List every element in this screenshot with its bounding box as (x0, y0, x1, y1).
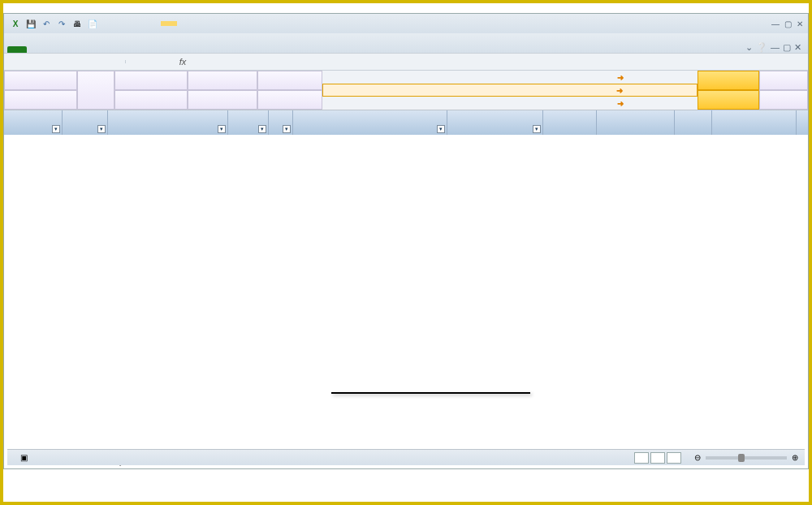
page-title (3, 3, 809, 13)
grid-header: ▾ ▾ ▾ ▾ ▾ ▾ ▾ (4, 110, 808, 135)
macro-icon[interactable]: ▣ (20, 453, 28, 462)
header-date[interactable]: ▾ (4, 110, 63, 135)
view-break-icon[interactable] (667, 452, 681, 464)
arrow-icon: ➜ (607, 86, 632, 95)
header-cleared[interactable] (543, 110, 597, 135)
filter-icon[interactable]: ▾ (218, 125, 226, 133)
category-dropdown[interactable] (331, 392, 530, 394)
recategorize-button[interactable] (188, 90, 257, 110)
zoom-slider[interactable] (706, 456, 787, 460)
tab-view[interactable] (144, 46, 163, 53)
tab-data[interactable] (105, 46, 124, 53)
header-split-by[interactable] (712, 110, 797, 135)
restore-icon[interactable]: ▢ (784, 19, 792, 28)
header-amount[interactable]: ▾ (447, 110, 543, 135)
name-box[interactable] (4, 60, 126, 63)
accounts-summary-button[interactable] (257, 71, 322, 90)
register-grid: ▾ ▾ ▾ ▾ ▾ ▾ ▾ (4, 110, 808, 135)
tab-formulas[interactable] (85, 46, 105, 53)
delete-empty-button[interactable] (114, 71, 188, 90)
tab-insert[interactable] (46, 46, 66, 53)
zoom-in-icon[interactable]: ⊕ (792, 453, 798, 462)
header-memo[interactable]: ▾ (228, 110, 269, 135)
tab-review[interactable] (124, 46, 144, 53)
header-balance[interactable] (597, 110, 675, 135)
redo-icon[interactable]: ↷ (55, 17, 68, 30)
help-icon[interactable]: ❔ (756, 42, 767, 53)
formula-content[interactable] (191, 60, 808, 63)
filter-icon[interactable]: ▾ (52, 125, 60, 133)
tab-page-layout[interactable] (66, 46, 85, 53)
header-description[interactable]: ▾ (108, 110, 228, 135)
filter-icon[interactable]: ▾ (258, 125, 266, 133)
custom-toolbar: ➜ ➜ ➜ (4, 71, 808, 110)
help-button[interactable] (759, 71, 808, 90)
reports-button[interactable] (759, 90, 808, 110)
summary-panel: ➜ ➜ ➜ (322, 71, 698, 110)
print-icon[interactable]: 🖶 (71, 17, 84, 30)
sort-by-date-button[interactable] (4, 71, 77, 90)
insert-row-button[interactable] (188, 71, 257, 90)
window-minimize-icon[interactable]: — (771, 42, 780, 53)
tab-acrobat[interactable] (183, 46, 202, 53)
window-close-icon[interactable]: ✕ (794, 42, 801, 53)
tab-home[interactable] (27, 46, 46, 53)
ribbon-tabs: ⌄ ❔ — ▢ ✕ (4, 33, 808, 53)
clear-filters-button[interactable] (698, 90, 759, 110)
toggle-filter-button[interactable] (114, 90, 188, 110)
fx-icon[interactable]: fx (175, 57, 191, 67)
header-split-group[interactable] (675, 110, 712, 135)
undo-icon[interactable]: ↶ (40, 17, 53, 30)
contextual-tab-label (161, 21, 177, 26)
category-list-button[interactable] (257, 90, 322, 110)
new-transaction-button[interactable] (4, 90, 77, 110)
status-bar: ▣ ⊖ ⊕ (7, 449, 805, 465)
filter-outstanding-button[interactable] (698, 71, 759, 90)
filter-icon[interactable]: ▾ (97, 125, 106, 133)
formula-bar: fx (4, 53, 808, 71)
filter-icon[interactable]: ▾ (283, 125, 291, 133)
excel-icon: X (9, 17, 22, 30)
tab-developer[interactable] (163, 46, 183, 53)
save-icon[interactable]: 💾 (24, 17, 37, 30)
quick-access-toolbar: X 💾 ↶ ↷ 🖶 📄 — ▢ ✕ (4, 14, 808, 33)
header-category[interactable]: ▾ (293, 110, 447, 135)
view-layout-icon[interactable] (650, 452, 665, 464)
view-normal-icon[interactable] (634, 452, 649, 464)
arrow-icon: ➜ (608, 73, 633, 82)
header-rec[interactable]: ▾ (269, 110, 293, 135)
filter-icon[interactable]: ▾ (437, 125, 445, 133)
window-restore-icon[interactable]: ▢ (783, 42, 791, 53)
close-icon[interactable]: ✕ (797, 19, 803, 28)
header-check[interactable]: ▾ (63, 110, 108, 135)
preview-icon[interactable]: 📄 (86, 17, 99, 30)
filter-icon[interactable]: ▾ (533, 125, 541, 133)
copyright-text (322, 101, 486, 105)
minimize-icon[interactable]: — (771, 19, 780, 28)
arrow-icon: ➜ (608, 99, 633, 108)
tab-file[interactable] (7, 46, 27, 53)
zoom-out-icon[interactable]: ⊖ (694, 453, 701, 462)
tab-design[interactable] (202, 46, 222, 53)
insert-date-button[interactable] (77, 71, 114, 110)
ribbon-minimize-icon[interactable]: ⌄ (745, 42, 753, 53)
